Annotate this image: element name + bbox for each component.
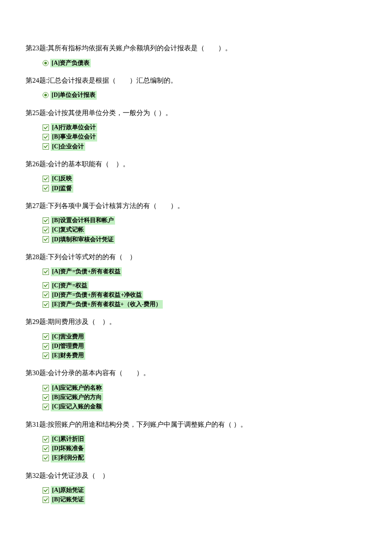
option-label: [A]资产=负债+所有者权益 xyxy=(51,267,122,276)
options-group: [A]原始凭证[B]记账凭证 xyxy=(43,486,366,504)
option-row: [D]坏账准备 xyxy=(43,444,366,453)
option-row: [A]行政单位会计 xyxy=(43,123,366,132)
checkbox-checked-icon xyxy=(43,143,49,150)
question-block: 第27题:下列各项中属于会计核算方法的有（ ）。[B]设置会计科目和帐户[C]复… xyxy=(26,200,366,244)
option-label: [E]利润分配 xyxy=(51,454,85,462)
option-label: [A]应记账户的名称 xyxy=(51,384,103,392)
checkbox-checked-icon xyxy=(43,185,49,191)
checkbox-checked-icon xyxy=(43,455,49,461)
question-block: 第23题:其所有指标均依据有关账户余额填列的会计报表是（ ）。[A]资产负债表 xyxy=(26,43,366,67)
option-row: [C]资产=权益 xyxy=(43,281,366,290)
checkbox-checked-icon xyxy=(43,292,49,298)
checkbox-checked-icon xyxy=(43,217,49,224)
checkbox-checked-icon xyxy=(43,124,49,131)
question-number: 第25题: xyxy=(26,109,48,116)
question-text: 第23题:其所有指标均依据有关账户余额填列的会计报表是（ ）。 xyxy=(26,43,366,54)
option-label: [C]反映 xyxy=(51,174,73,183)
radio-selected-icon xyxy=(43,60,49,66)
option-label: [D]坏账准备 xyxy=(51,444,85,453)
question-number: 第28题: xyxy=(26,253,48,260)
checkbox-checked-icon xyxy=(43,487,49,494)
option-label: [D]填制和审核会计凭证 xyxy=(51,235,115,244)
question-block: 第30题:会计分录的基本内容有（ ）。[A]应记账户的名称[B]应记账户的方向[… xyxy=(26,367,366,411)
question-text: 第25题:会计按其使用单位分类，一般分为（ ）。 xyxy=(26,107,366,119)
question-block: 第25题:会计按其使用单位分类，一般分为（ ）。[A]行政单位会计[B]事业单位… xyxy=(26,107,366,151)
option-row: [C]应记入账的金额 xyxy=(43,402,366,411)
option-row: [E]利润分配 xyxy=(43,454,366,462)
radio-selected-icon xyxy=(43,92,49,98)
option-row: [D]管理费用 xyxy=(43,342,366,350)
checkbox-checked-icon xyxy=(43,282,49,289)
checkbox-checked-icon xyxy=(43,497,49,503)
option-row: [E]财务费用 xyxy=(43,351,366,360)
option-label: [B]记账凭证 xyxy=(51,495,85,504)
option-row: [B]记账凭证 xyxy=(43,495,366,504)
option-label: [A]行政单位会计 xyxy=(51,123,97,132)
question-number: 第32题: xyxy=(26,472,48,479)
option-row: [C]复式记帐 xyxy=(43,225,366,234)
question-body: 会计按其使用单位分类，一般分为（ ）。 xyxy=(48,109,172,116)
option-label: [B]设置会计科目和帐户 xyxy=(51,216,115,225)
option-label: [C]资产=权益 xyxy=(51,281,89,290)
options-group: [C]累计折旧[D]坏账准备[E]利润分配 xyxy=(43,435,366,462)
option-label: [A]资产负债表 xyxy=(50,59,91,67)
option-gap xyxy=(26,277,366,281)
checkbox-checked-icon xyxy=(43,176,49,182)
question-block: 第31题:按照账户的用途和结构分类，下列账户中属于调整账户的有（ ）。[C]累计… xyxy=(26,419,366,462)
options-group: [A]资产=负债+所有者权益 xyxy=(43,267,366,276)
question-body: 汇总会计报表是根据（ ）汇总编制的。 xyxy=(48,77,177,84)
options-group: [A]资产负债表 xyxy=(43,59,366,67)
question-number: 第26题: xyxy=(26,160,48,168)
options-group: [D]单位会计报表 xyxy=(43,91,366,99)
option-row: [D]监督 xyxy=(43,184,366,193)
option-row: [C]反映 xyxy=(43,174,366,183)
question-text: 第27题:下列各项中属于会计核算方法的有（ ）。 xyxy=(26,200,366,211)
option-label: [B]事业单位会计 xyxy=(51,133,97,141)
checkbox-checked-icon xyxy=(43,301,49,308)
checkbox-checked-icon xyxy=(43,134,49,140)
option-row: [D]填制和审核会计凭证 xyxy=(43,235,366,244)
question-text: 第29题:期间费用涉及（ ）。 xyxy=(26,316,366,327)
checkbox-checked-icon xyxy=(43,394,49,401)
question-text: 第32题:会计凭证涉及（ ） xyxy=(26,470,366,481)
question-text: 第30题:会计分录的基本内容有（ ）。 xyxy=(26,367,366,379)
checkbox-checked-icon xyxy=(43,353,49,359)
checkbox-checked-icon xyxy=(43,436,49,442)
question-number: 第27题: xyxy=(26,202,48,209)
question-body: 会计的基本职能有（ ）。 xyxy=(48,160,130,168)
options-group: [A]行政单位会计[B]事业单位会计[C]企业会计 xyxy=(43,123,366,151)
question-body: 期间费用涉及（ ）。 xyxy=(48,318,116,325)
option-row: [C]企业会计 xyxy=(43,142,366,151)
option-label: [E]财务费用 xyxy=(51,351,85,360)
question-number: 第29题: xyxy=(26,318,48,325)
option-row: [D]单位会计报表 xyxy=(43,91,366,99)
checkbox-checked-icon xyxy=(43,445,49,452)
checkbox-checked-icon xyxy=(43,227,49,233)
checkbox-checked-icon xyxy=(43,269,49,275)
option-label: [C]累计折旧 xyxy=(51,435,85,443)
option-label: [B]应记账户的方向 xyxy=(51,393,103,402)
option-label: [E]资产=负债+所有者权益+（收入-费用） xyxy=(51,300,163,309)
question-body: 下列各项中属于会计核算方法的有（ ）。 xyxy=(48,202,184,209)
option-row: [A]原始凭证 xyxy=(43,486,366,494)
option-label: [D]资产=负债+所有者权益+净收益 xyxy=(51,291,143,299)
question-body: 其所有指标均依据有关账户余额填列的会计报表是（ ）。 xyxy=(48,44,232,52)
option-row: [D]资产=负债+所有者权益+净收益 xyxy=(43,291,366,299)
option-row: [B]设置会计科目和帐户 xyxy=(43,216,366,225)
checkbox-checked-icon xyxy=(43,343,49,350)
question-text: 第24题:汇总会计报表是根据（ ）汇总编制的。 xyxy=(26,75,366,86)
question-text: 第26题:会计的基本职能有（ ）。 xyxy=(26,159,366,170)
option-row: [A]资产负债表 xyxy=(43,59,366,67)
question-text: 第31题:按照账户的用途和结构分类，下列账户中属于调整账户的有（ ）。 xyxy=(26,419,366,430)
options-group: [B]设置会计科目和帐户[C]复式记帐[D]填制和审核会计凭证 xyxy=(43,216,366,244)
checkbox-checked-icon xyxy=(43,333,49,340)
option-row: [B]事业单位会计 xyxy=(43,133,366,141)
option-label: [D]监督 xyxy=(51,184,73,193)
question-number: 第30题: xyxy=(26,369,48,376)
option-row: [A]应记账户的名称 xyxy=(43,384,366,392)
option-row: [C]营业费用 xyxy=(43,332,366,341)
checkbox-checked-icon xyxy=(43,404,49,410)
question-block: 第24题:汇总会计报表是根据（ ）汇总编制的。[D]单位会计报表 xyxy=(26,75,366,100)
question-text: 第28题:下列会计等式对的的有（ ） xyxy=(26,251,366,263)
option-row: [A]资产=负债+所有者权益 xyxy=(43,267,366,276)
